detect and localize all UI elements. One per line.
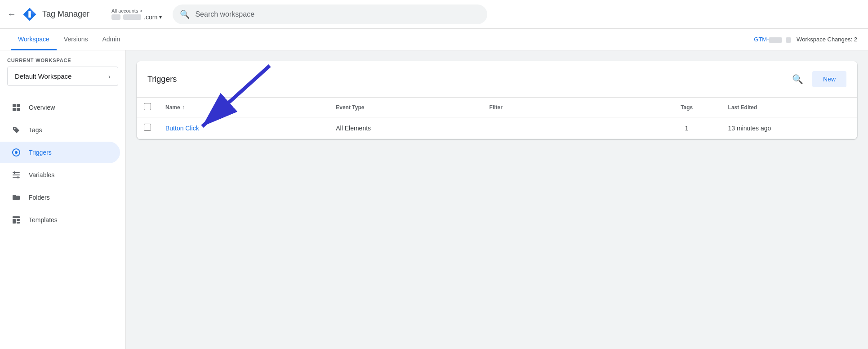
triggers-table-header: Name ↑ Event Type Filter Tags Last Edite…	[137, 98, 857, 117]
nav-tabs: Workspace Versions Admin GTM- Workspace …	[0, 29, 868, 50]
templates-icon	[11, 215, 22, 225]
content-area: Triggers 🔍 New	[126, 50, 868, 349]
tab-admin[interactable]: Admin	[95, 29, 127, 50]
tags-icon	[11, 125, 22, 135]
row-name-cell: Button Click	[158, 117, 329, 139]
gtm-id-blurred2	[786, 37, 791, 43]
search-input[interactable]	[195, 10, 480, 18]
content-wrapper: Triggers 🔍 New	[126, 61, 868, 139]
svg-rect-6	[17, 108, 20, 111]
svg-rect-12	[13, 177, 20, 178]
triggers-table-body: Button Click All Elements 1 13 minutes a…	[137, 117, 857, 139]
triggers-title: Triggers	[147, 75, 177, 84]
workspace-name: Default Workspace	[15, 72, 71, 80]
topbar: ← Tag Manager All accounts > .com	[0, 0, 868, 29]
sidebar-nav: Overview Tags	[0, 97, 125, 231]
gtm-logo-icon	[22, 6, 38, 22]
app-logo: Tag Manager	[22, 6, 89, 22]
sidebar-item-label-variables: Variables	[29, 171, 54, 179]
th-checkbox	[137, 98, 158, 117]
nav-tabs-left: Workspace Versions Admin	[11, 29, 127, 50]
triggers-header: Triggers 🔍 New	[137, 61, 857, 98]
sidebar-item-label-tags: Tags	[29, 126, 42, 134]
account-selector[interactable]: All accounts > .com ▾	[111, 8, 162, 21]
svg-rect-11	[13, 174, 20, 175]
svg-rect-13	[14, 171, 15, 174]
row-event-type-cell: All Elements	[329, 117, 482, 139]
th-event-type: Event Type	[329, 98, 482, 117]
sidebar: CURRENT WORKSPACE Default Workspace › Ov…	[0, 50, 126, 349]
gtm-id-label: GTM-	[754, 36, 791, 43]
svg-rect-10	[13, 172, 20, 173]
current-workspace-label: CURRENT WORKSPACE	[0, 58, 125, 63]
svg-rect-2	[28, 11, 31, 17]
new-trigger-button[interactable]: New	[812, 71, 846, 87]
select-all-checkbox[interactable]	[144, 103, 151, 110]
main-layout: CURRENT WORKSPACE Default Workspace › Ov…	[0, 50, 868, 349]
triggers-icon	[11, 147, 22, 158]
svg-rect-16	[13, 219, 16, 224]
topbar-divider	[104, 7, 104, 22]
sidebar-item-folders[interactable]: Folders	[0, 187, 120, 208]
sidebar-item-label-triggers: Triggers	[29, 149, 52, 156]
svg-point-7	[14, 128, 16, 130]
sidebar-item-label-templates: Templates	[29, 216, 58, 224]
domain-chevron-icon: ▾	[159, 14, 162, 20]
svg-rect-15	[13, 216, 20, 218]
row-filter-cell	[482, 117, 653, 139]
row-tags-cell: 1	[653, 117, 721, 139]
triggers-search-icon[interactable]: 🔍	[788, 70, 807, 88]
back-icon: ←	[7, 9, 16, 19]
th-last-edited: Last Edited	[721, 98, 857, 117]
sort-ascending-icon: ↑	[182, 104, 185, 111]
gtm-id-blurred	[769, 37, 782, 43]
sidebar-item-label-folders: Folders	[29, 194, 50, 201]
app-name: Tag Manager	[42, 9, 89, 19]
trigger-name-link[interactable]: Button Click	[165, 125, 199, 132]
back-button[interactable]: ←	[7, 9, 16, 19]
tab-workspace[interactable]: Workspace	[11, 29, 57, 50]
domain-text: .com	[144, 13, 157, 21]
sidebar-item-triggers[interactable]: Triggers	[0, 142, 120, 163]
triggers-actions: 🔍 New	[788, 70, 846, 88]
svg-rect-4	[17, 104, 20, 107]
svg-point-9	[15, 151, 18, 154]
svg-rect-17	[17, 219, 20, 221]
folders-icon	[11, 192, 22, 203]
row-checkbox-cell	[137, 117, 158, 139]
svg-rect-3	[13, 104, 16, 107]
svg-rect-14	[18, 176, 18, 179]
overview-icon	[11, 102, 22, 113]
workspace-chevron-icon: ›	[108, 72, 111, 80]
svg-rect-18	[17, 222, 20, 224]
blurred-domain-1	[111, 14, 120, 20]
table-row: Button Click All Elements 1 13 minutes a…	[137, 117, 857, 139]
sidebar-item-templates[interactable]: Templates	[0, 209, 120, 231]
sidebar-item-overview[interactable]: Overview	[0, 97, 120, 118]
th-filter: Filter	[482, 98, 653, 117]
th-name[interactable]: Name ↑	[158, 98, 329, 117]
blurred-domain-2	[123, 14, 141, 20]
workspace-changes-label: Workspace Changes: 2	[797, 36, 857, 43]
search-bar[interactable]: 🔍	[173, 4, 487, 24]
workspace-selector[interactable]: Default Workspace ›	[7, 67, 118, 86]
search-icon: 🔍	[180, 9, 190, 19]
tab-versions[interactable]: Versions	[57, 29, 95, 50]
row-checkbox[interactable]	[144, 124, 151, 131]
navtabs-right: GTM- Workspace Changes: 2	[754, 36, 857, 43]
sidebar-item-label-overview: Overview	[29, 104, 55, 111]
sidebar-item-variables[interactable]: Variables	[0, 164, 120, 186]
variables-icon	[11, 170, 22, 180]
row-last-edited-cell: 13 minutes ago	[721, 117, 857, 139]
triggers-table: Name ↑ Event Type Filter Tags Last Edite…	[137, 98, 857, 139]
svg-rect-5	[13, 108, 16, 111]
th-tags: Tags	[653, 98, 721, 117]
sidebar-item-tags[interactable]: Tags	[0, 119, 120, 141]
all-accounts-label: All accounts >	[111, 8, 162, 13]
triggers-panel: Triggers 🔍 New	[137, 61, 857, 139]
domain-row: .com ▾	[111, 13, 162, 21]
